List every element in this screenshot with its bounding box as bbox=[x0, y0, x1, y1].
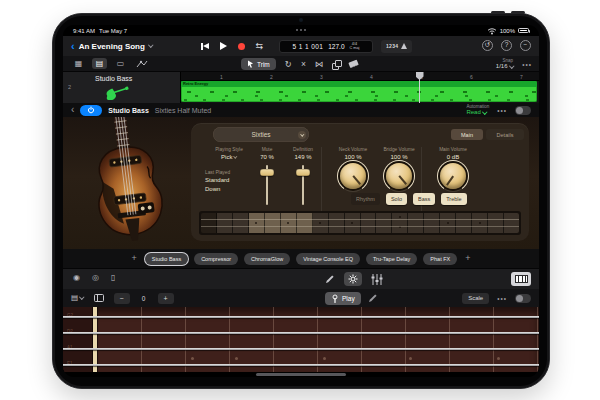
definition-slider[interactable] bbox=[302, 165, 304, 205]
mini-fret-cell[interactable] bbox=[440, 213, 456, 233]
plugin-power-button[interactable] bbox=[80, 105, 102, 116]
automation-mode-control[interactable]: Automation Read bbox=[466, 104, 489, 117]
plugin-patch-name[interactable]: Sixties Half Muted bbox=[155, 107, 211, 114]
main-volume-knob[interactable] bbox=[440, 163, 466, 189]
mini-fret-cell[interactable] bbox=[456, 213, 472, 233]
tone-switch-bass[interactable]: Bass bbox=[413, 193, 435, 205]
cycle-button[interactable]: ⇆ bbox=[256, 42, 264, 51]
play-button[interactable] bbox=[220, 42, 227, 50]
editor-view-selector[interactable]: ▤ bbox=[71, 294, 84, 302]
more-options-icon[interactable]: ••• bbox=[522, 61, 532, 68]
midi-region[interactable]: Retro Energy bbox=[181, 81, 537, 102]
ruler[interactable]: 1234567 bbox=[181, 72, 539, 81]
bass-string[interactable] bbox=[63, 332, 539, 334]
back-chevron-icon[interactable]: ‹ bbox=[71, 105, 74, 115]
editor-toggle[interactable] bbox=[515, 294, 531, 303]
history-icon[interactable]: ↺ bbox=[482, 40, 493, 51]
loop-tool-icon[interactable]: ↻ bbox=[285, 60, 292, 69]
bass-string[interactable] bbox=[63, 348, 539, 350]
octave-up-button[interactable]: + bbox=[158, 293, 174, 304]
trim-tool-button[interactable]: Trim bbox=[241, 58, 276, 70]
mini-fretboard[interactable] bbox=[199, 211, 521, 235]
record-button[interactable] bbox=[238, 43, 245, 50]
snap-control[interactable]: Snap 1/16 bbox=[496, 58, 513, 71]
add-plugin-button[interactable]: + bbox=[130, 254, 139, 263]
octave-down-button[interactable]: − bbox=[114, 293, 130, 304]
mini-fret-cell[interactable] bbox=[361, 213, 377, 233]
plugin-chain-item[interactable]: Studio Bass bbox=[145, 253, 188, 265]
plugin-chain-item[interactable]: ChromaGlow bbox=[244, 253, 290, 265]
mini-fret-cell[interactable] bbox=[313, 213, 329, 233]
automation-icon[interactable] bbox=[134, 58, 149, 69]
multitasking-indicator[interactable] bbox=[296, 29, 306, 31]
compare-toggle[interactable] bbox=[515, 106, 531, 115]
help-icon[interactable]: ? bbox=[501, 40, 512, 51]
pencil-icon[interactable] bbox=[325, 274, 335, 284]
eraser-icon[interactable] bbox=[349, 60, 359, 68]
monitor-icon[interactable]: ◎ bbox=[92, 274, 99, 282]
tab-details[interactable]: Details bbox=[486, 129, 524, 140]
collapse-icon[interactable]: − bbox=[520, 40, 531, 51]
more-options-icon[interactable]: ••• bbox=[497, 107, 507, 114]
playing-style-dropdown[interactable]: Pick bbox=[205, 154, 253, 160]
more-options-icon[interactable]: ••• bbox=[497, 295, 507, 302]
mini-fret-cell[interactable] bbox=[297, 213, 313, 233]
join-tool-icon[interactable]: ⋈ bbox=[315, 60, 324, 69]
play-mode-button[interactable]: Play bbox=[325, 292, 361, 305]
go-to-beginning-button[interactable] bbox=[201, 43, 209, 50]
chevron-down-icon[interactable] bbox=[148, 43, 153, 48]
mini-fret-cell[interactable] bbox=[233, 213, 249, 233]
mini-fret-cell[interactable] bbox=[281, 213, 297, 233]
bridge-volume-knob[interactable] bbox=[386, 163, 412, 189]
back-chevron-icon[interactable]: ‹ bbox=[71, 41, 75, 52]
mini-fret-cell[interactable] bbox=[376, 213, 392, 233]
mini-fret-cell[interactable] bbox=[217, 213, 233, 233]
play-fretboard[interactable]: G2D2A1E1 bbox=[63, 307, 539, 372]
add-plugin-button[interactable]: + bbox=[463, 254, 472, 263]
plugin-strip-icon[interactable]: ▯ bbox=[111, 274, 115, 282]
mini-fret-cell[interactable] bbox=[424, 213, 440, 233]
song-title[interactable]: An Evening Song bbox=[79, 42, 145, 51]
preset-selector[interactable]: Sixties bbox=[213, 127, 309, 142]
metronome-icon[interactable] bbox=[401, 43, 407, 49]
record-enable-icon[interactable]: ◉ bbox=[73, 274, 80, 282]
mini-fret-cell[interactable] bbox=[329, 213, 345, 233]
smart-controls-button[interactable] bbox=[344, 272, 362, 286]
keyboard-button[interactable] bbox=[511, 272, 531, 286]
mini-fret-cell[interactable] bbox=[408, 213, 424, 233]
count-in-metronome-group[interactable]: 1234 bbox=[381, 40, 412, 53]
mini-fret-cell[interactable] bbox=[504, 213, 519, 233]
scale-button[interactable]: Scale bbox=[462, 293, 489, 304]
bass-string[interactable] bbox=[63, 316, 539, 318]
tone-switch-rhythm[interactable]: Rhythm bbox=[351, 193, 380, 205]
neck-volume-knob[interactable] bbox=[340, 163, 366, 189]
plugin-chain-item[interactable]: Tru-Tape Delay bbox=[366, 253, 417, 265]
lcd-display[interactable]: 5 1 1 001 127.0 4/4 C maj bbox=[279, 40, 373, 53]
count-in-button[interactable]: 1234 bbox=[386, 43, 398, 49]
mini-fret-cell[interactable] bbox=[472, 213, 488, 233]
copy-icon[interactable] bbox=[332, 60, 340, 68]
plugin-chain-item[interactable]: Compressor bbox=[194, 253, 238, 265]
mini-fret-cell[interactable] bbox=[488, 213, 504, 233]
track-header[interactable]: 2 Studio Bass bbox=[63, 72, 181, 103]
mini-fret-cell[interactable] bbox=[345, 213, 361, 233]
tone-switch-treble[interactable]: Treble bbox=[441, 193, 466, 205]
sidebar-toggle-icon[interactable] bbox=[94, 294, 104, 302]
plugin-chain-item[interactable]: Phat FX bbox=[423, 253, 457, 265]
tone-switch-solo[interactable]: Solo bbox=[386, 193, 407, 205]
split-tool-icon[interactable]: × bbox=[301, 60, 306, 69]
bass-string[interactable] bbox=[63, 364, 539, 366]
mini-fret-cell[interactable] bbox=[392, 213, 408, 233]
faders-icon[interactable] bbox=[371, 274, 383, 285]
regions-view-icon[interactable]: ▤ bbox=[92, 58, 107, 69]
browser-grid-icon[interactable]: ▦ bbox=[71, 58, 86, 69]
mute-slider[interactable] bbox=[266, 165, 268, 205]
marquee-tool-icon[interactable]: ▭ bbox=[113, 58, 128, 69]
preset-chevron-icon[interactable] bbox=[298, 131, 306, 139]
mini-fret-cell[interactable] bbox=[249, 213, 265, 233]
tab-main[interactable]: Main bbox=[451, 129, 483, 140]
home-indicator[interactable] bbox=[256, 373, 346, 376]
plugin-chain-item[interactable]: Vintage Console EQ bbox=[296, 253, 360, 265]
pencil-icon[interactable] bbox=[368, 293, 378, 303]
mini-fret-cell[interactable] bbox=[265, 213, 281, 233]
